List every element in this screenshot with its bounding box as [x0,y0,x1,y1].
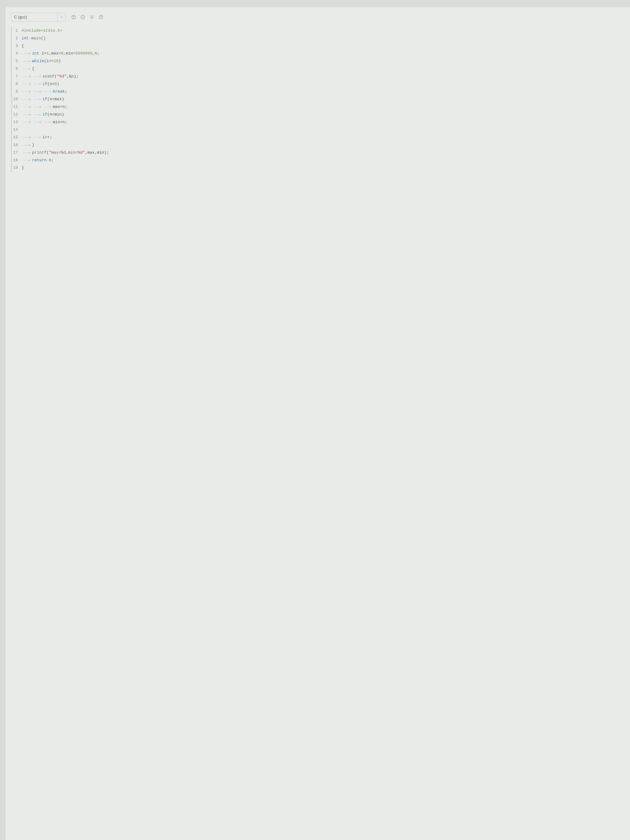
code-token: , [85,149,87,156]
code-token: ; [65,103,67,111]
code-line[interactable]: int·i=1,max=0,min=9999999,n; [22,50,626,57]
line-number-gutter: 12345678910111213141516171819 [13,27,22,172]
code-token: ) [62,111,64,118]
code-line[interactable]: break; [22,88,626,96]
code-token: () [41,35,46,42]
code-token: n<min [50,111,62,118]
line-number: 11 [13,103,18,111]
code-token: ( [47,81,50,88]
code-token: ( [47,96,50,103]
line-number: 19 [13,164,18,172]
line-number: 15 [13,134,18,141]
code-token: n [95,50,97,57]
code-token: max [87,149,95,156]
code-content[interactable]: #include<stdio.h>int·main(){int·i=1,max=… [22,27,626,172]
language-select[interactable]: C (gcc) [11,13,66,22]
code-line[interactable]: { [22,42,626,50]
code-token: 0 [61,50,63,57]
code-line[interactable]: { [22,65,626,73]
code-token: } [32,141,35,149]
gutter-fold-handle[interactable] [11,96,13,107]
code-token: , [63,50,66,57]
code-token: ; [51,156,54,164]
code-line[interactable]: printf("max=%d,min=%d",max,min); [22,149,626,156]
code-token: 0 [55,81,57,88]
gear-icon[interactable] [89,14,95,20]
svg-point-5 [101,18,101,18]
code-line[interactable]: int·main() [22,35,626,42]
code-token: n [71,73,74,81]
code-line[interactable]: #include<stdio.h> [22,27,626,35]
code-token: int [32,50,39,57]
code-token: ( [47,111,50,118]
code-token: , [92,50,95,57]
code-line[interactable]: i++; [22,134,626,141]
help-icon[interactable] [98,14,104,20]
line-number: 2 [13,35,18,42]
line-number: 16 [13,141,18,149]
code-token: 1 [46,50,49,57]
history-icon[interactable] [80,14,85,20]
code-token: if [43,96,47,103]
chevron-down-icon [57,13,65,21]
line-number: 7 [13,73,18,81]
code-token: ; [65,118,67,126]
code-token: } [22,164,24,172]
code-token: ); [74,73,78,81]
code-editor-panel: C (gcc) 12345678910111213141516171819 [5,7,630,840]
code-token: printf [32,149,46,156]
code-line[interactable]: } [22,141,626,149]
code-token: ; [50,134,52,141]
code-token: ; [65,88,67,96]
code-token: 0 [49,156,51,164]
code-token: i<= [46,57,54,65]
code-line[interactable]: if(n<0) [22,81,626,88]
line-number: 6 [13,65,18,73]
code-token: if [43,81,47,88]
code-token: , [95,149,97,156]
code-token: , [66,73,69,81]
code-token: while [32,57,44,65]
code-token: · [46,156,49,164]
code-token: "%d" [57,73,66,81]
line-number: 12 [13,111,18,118]
code-token: ; [97,50,99,57]
line-number: 9 [13,88,18,96]
code-token: main [31,35,41,42]
code-token: ( [46,149,49,156]
code-token: max= [51,50,61,57]
question-circle-icon[interactable] [71,14,76,20]
code-token: ( [44,57,46,65]
code-token: & [69,73,71,81]
code-token: ); [104,149,109,156]
code-token: ) [62,96,64,103]
line-number: 14 [13,126,18,134]
code-line[interactable]: } [22,164,626,172]
code-line[interactable]: if(n>max) [22,96,626,103]
code-token: return [32,156,46,164]
code-line[interactable]: scanf("%d",&n); [22,73,626,81]
editor-toolbar: C (gcc) [11,13,626,22]
line-number: 10 [13,96,18,103]
line-number: 18 [13,156,18,164]
code-area[interactable]: 12345678910111213141516171819 #include<s… [11,27,626,172]
code-line[interactable]: while(i<=10) [22,57,626,65]
code-token: i= [41,50,46,57]
svg-point-3 [91,17,92,18]
code-line[interactable] [22,126,626,134]
code-token: min [97,149,104,156]
code-token: max=n [53,103,65,111]
line-number: 3 [13,42,18,50]
code-token: min=n [53,118,65,126]
code-line[interactable]: return·0; [22,156,626,164]
code-token: · [29,35,31,42]
line-number: 4 [13,50,18,57]
code-token: , [49,50,51,57]
line-number: 5 [13,57,18,65]
code-line[interactable]: max=n; [22,103,626,111]
code-line[interactable]: if(n<min) [22,111,626,118]
line-number: 13 [13,118,18,126]
code-token: n< [50,81,54,88]
code-line[interactable]: min=n; [22,118,626,126]
line-number: 8 [13,81,18,88]
